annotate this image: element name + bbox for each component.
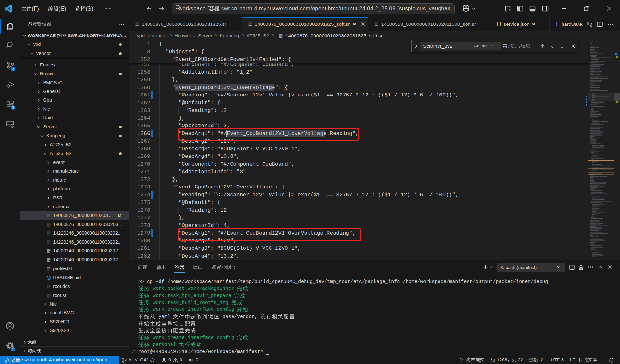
svg-text:ss: ss xyxy=(11,125,14,127)
